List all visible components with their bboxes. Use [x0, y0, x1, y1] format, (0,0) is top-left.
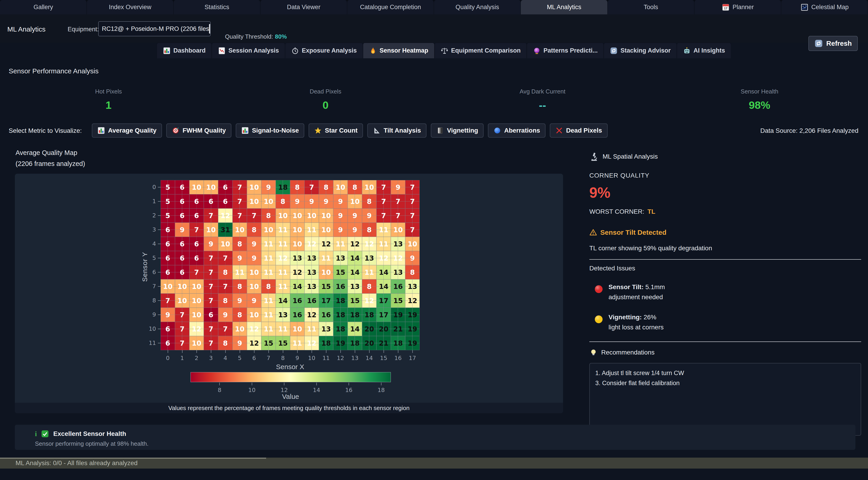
heatmap-cell-x3-y10[interactable]: 7: [204, 322, 218, 336]
heatmap-cell-x13-y3[interactable]: 9: [348, 222, 362, 237]
heatmap-cell-x7-y8[interactable]: 11: [261, 294, 276, 308]
heatmap-cell-x3-y0[interactable]: 10: [204, 180, 218, 194]
heatmap-grid[interactable]: 5610106710918878108107975666671010899991…: [161, 180, 420, 350]
heatmap-cell-x2-y3[interactable]: 7: [189, 222, 204, 237]
heatmap-cell-x6-y0[interactable]: 10: [247, 180, 261, 194]
heatmap-cell-x12-y3[interactable]: 9: [333, 222, 348, 237]
heatmap-cell-x17-y4[interactable]: 10: [405, 237, 420, 251]
heatmap-cell-x16-y8[interactable]: 15: [391, 294, 405, 308]
heatmap-cell-x15-y0[interactable]: 7: [376, 180, 391, 194]
metric-button-aberrations[interactable]: Aberrations: [488, 123, 546, 138]
heatmap-cell-x12-y11[interactable]: 19: [333, 336, 348, 350]
heatmap-cell-x14-y3[interactable]: 8: [362, 222, 376, 237]
equipment-select[interactable]: RC12@ + Poseidon-M PRO (2206 files ▾: [98, 21, 211, 36]
heatmap-cell-x15-y3[interactable]: 11: [376, 222, 391, 237]
heatmap-cell-x0-y1[interactable]: 5: [161, 194, 175, 208]
heatmap-cell-x2-y10[interactable]: 12: [189, 322, 204, 336]
heatmap-cell-x8-y6[interactable]: 11: [276, 265, 290, 279]
heatmap-cell-x9-y7[interactable]: 14: [290, 279, 305, 294]
heatmap-cell-x17-y9[interactable]: 19: [405, 308, 420, 322]
heatmap-cell-x14-y4[interactable]: 12: [362, 237, 376, 251]
heatmap-cell-x17-y1[interactable]: 7: [405, 194, 420, 208]
heatmap-cell-x9-y4[interactable]: 10: [290, 237, 305, 251]
heatmap-cell-x15-y5[interactable]: 12: [376, 251, 391, 265]
tab-sensor-heatmap[interactable]: Sensor Heatmap: [363, 43, 434, 58]
heatmap-cell-x11-y2[interactable]: 10: [319, 208, 333, 222]
nav-tab-index-overview[interactable]: Index Overview: [87, 0, 174, 14]
heatmap-cell-x12-y0[interactable]: 10: [333, 180, 348, 194]
heatmap-cell-x13-y7[interactable]: 13: [348, 279, 362, 294]
heatmap-cell-x17-y2[interactable]: 7: [405, 208, 420, 222]
tab-patterns-predicti-[interactable]: Patterns Predicti...: [527, 43, 604, 58]
nav-tab-catalogue-completion[interactable]: Catalogue Completion: [347, 0, 434, 14]
heatmap-cell-x5-y1[interactable]: 7: [232, 194, 247, 208]
tab-exposure-analysis[interactable]: Exposure Analysis: [285, 43, 363, 58]
heatmap-cell-x15-y7[interactable]: 14: [376, 279, 391, 294]
heatmap-cell-x1-y10[interactable]: 7: [175, 322, 189, 336]
heatmap-cell-x13-y4[interactable]: 12: [348, 237, 362, 251]
heatmap-cell-x14-y7[interactable]: 8: [362, 279, 376, 294]
heatmap-cell-x13-y5[interactable]: 14: [348, 251, 362, 265]
tab-dashboard[interactable]: Dashboard: [157, 43, 212, 58]
heatmap-cell-x3-y8[interactable]: 7: [204, 294, 218, 308]
metric-button-star-count[interactable]: Star Count: [309, 123, 363, 138]
heatmap-cell-x5-y7[interactable]: 8: [232, 279, 247, 294]
heatmap-cell-x7-y1[interactable]: 10: [261, 194, 276, 208]
heatmap-cell-x12-y7[interactable]: 16: [333, 279, 348, 294]
heatmap-cell-x9-y11[interactable]: 11: [290, 336, 305, 350]
heatmap-cell-x16-y4[interactable]: 13: [391, 237, 405, 251]
heatmap-cell-x16-y7[interactable]: 16: [391, 279, 405, 294]
metric-button-tilt-analysis[interactable]: Tilt Analysis: [367, 123, 426, 138]
heatmap-cell-x14-y10[interactable]: 20: [362, 322, 376, 336]
heatmap-cell-x6-y9[interactable]: 10: [247, 308, 261, 322]
heatmap-cell-x14-y5[interactable]: 13: [362, 251, 376, 265]
tab-session-analysis[interactable]: Session Analysis: [212, 43, 285, 58]
heatmap-cell-x10-y5[interactable]: 13: [305, 251, 319, 265]
heatmap-cell-x4-y6[interactable]: 8: [218, 265, 232, 279]
heatmap-cell-x4-y2[interactable]: 12: [218, 208, 232, 222]
heatmap-cell-x6-y10[interactable]: 12: [247, 322, 261, 336]
nav-tab-celestial-map[interactable]: Celestial Map: [781, 0, 868, 14]
heatmap-cell-x7-y9[interactable]: 11: [261, 308, 276, 322]
metric-button-signal-to-noise[interactable]: Signal-to-Noise: [236, 123, 304, 138]
heatmap-cell-x9-y2[interactable]: 10: [290, 208, 305, 222]
heatmap-cell-x0-y5[interactable]: 6: [161, 251, 175, 265]
heatmap-cell-x4-y9[interactable]: 9: [218, 308, 232, 322]
heatmap-cell-x9-y0[interactable]: 8: [290, 180, 305, 194]
heatmap-cell-x16-y5[interactable]: 12: [391, 251, 405, 265]
heatmap-cell-x1-y8[interactable]: 10: [175, 294, 189, 308]
heatmap-cell-x7-y2[interactable]: 8: [261, 208, 276, 222]
heatmap-cell-x16-y11[interactable]: 18: [391, 336, 405, 350]
heatmap-cell-x2-y0[interactable]: 10: [189, 180, 204, 194]
heatmap-cell-x4-y5[interactable]: 7: [218, 251, 232, 265]
heatmap-cell-x0-y6[interactable]: 6: [161, 265, 175, 279]
heatmap-cell-x1-y4[interactable]: 6: [175, 237, 189, 251]
heatmap-cell-x10-y2[interactable]: 10: [305, 208, 319, 222]
heatmap-cell-x15-y6[interactable]: 14: [376, 265, 391, 279]
heatmap-cell-x12-y10[interactable]: 18: [333, 322, 348, 336]
heatmap-cell-x15-y8[interactable]: 17: [376, 294, 391, 308]
heatmap-cell-x10-y4[interactable]: 12: [305, 237, 319, 251]
heatmap-cell-x15-y2[interactable]: 7: [376, 208, 391, 222]
heatmap-cell-x4-y11[interactable]: 8: [218, 336, 232, 350]
heatmap-cell-x8-y1[interactable]: 8: [276, 194, 290, 208]
heatmap-cell-x0-y7[interactable]: 10: [161, 279, 175, 294]
heatmap-cell-x1-y0[interactable]: 6: [175, 180, 189, 194]
heatmap-cell-x0-y2[interactable]: 5: [161, 208, 175, 222]
heatmap-cell-x16-y2[interactable]: 7: [391, 208, 405, 222]
heatmap-cell-x5-y8[interactable]: 9: [232, 294, 247, 308]
heatmap-cell-x8-y7[interactable]: 11: [276, 279, 290, 294]
heatmap-cell-x1-y3[interactable]: 9: [175, 222, 189, 237]
nav-tab-quality-analysis[interactable]: Quality Analysis: [434, 0, 521, 14]
heatmap-cell-x10-y1[interactable]: 9: [305, 194, 319, 208]
heatmap-cell-x11-y8[interactable]: 17: [319, 294, 333, 308]
heatmap-cell-x14-y8[interactable]: 12: [362, 294, 376, 308]
heatmap-cell-x8-y0[interactable]: 18: [276, 180, 290, 194]
heatmap-cell-x2-y9[interactable]: 10: [189, 308, 204, 322]
heatmap-cell-x5-y2[interactable]: 7: [232, 208, 247, 222]
heatmap-cell-x7-y0[interactable]: 9: [261, 180, 276, 194]
heatmap-cell-x12-y1[interactable]: 9: [333, 194, 348, 208]
heatmap-cell-x16-y3[interactable]: 10: [391, 222, 405, 237]
heatmap-cell-x13-y1[interactable]: 10: [348, 194, 362, 208]
heatmap-cell-x3-y2[interactable]: 7: [204, 208, 218, 222]
